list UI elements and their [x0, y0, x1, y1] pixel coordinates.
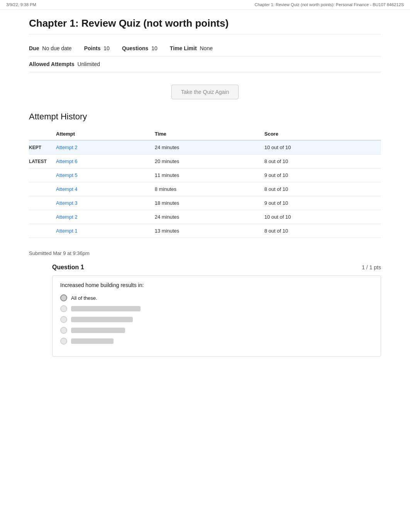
row-attempt[interactable]: Attempt 2 — [56, 140, 155, 155]
row-time: 24 minutes — [155, 210, 264, 224]
meta-row-2: Allowed Attempts Unlimited — [29, 58, 381, 72]
table-row: Attempt 48 minutes8 out of 10 — [29, 182, 381, 196]
table-row: Attempt 511 minutes9 out of 10 — [29, 168, 381, 182]
browser-timestamp: 3/9/22, 9:38 PM — [6, 2, 36, 7]
row-label: LATEST — [29, 155, 56, 168]
page-title: Chapter 1: Review Quiz (not worth points… — [29, 17, 381, 34]
row-time: 18 minutes — [155, 196, 264, 210]
question-1-block: Question 1 1 / 1 pts Increased home buil… — [52, 264, 381, 357]
answer-row: All of these. — [60, 294, 373, 301]
row-attempt[interactable]: Attempt 6 — [56, 155, 155, 168]
meta-time-limit-label: Time Limit — [170, 45, 197, 51]
attempt-link[interactable]: Attempt 3 — [56, 200, 78, 206]
attempt-link[interactable]: Attempt 2 — [56, 214, 78, 220]
meta-allowed-attempts: Allowed Attempts Unlimited — [29, 61, 100, 67]
answer-radio-blurred — [60, 316, 67, 323]
meta-questions-label: Questions — [122, 45, 148, 51]
answer-radio[interactable] — [60, 294, 67, 301]
row-time: 24 minutes — [155, 140, 264, 155]
attempt-link[interactable]: Attempt 5 — [56, 172, 78, 178]
col-header-time: Time — [155, 128, 264, 140]
answer-row — [60, 338, 373, 345]
row-attempt[interactable]: Attempt 4 — [56, 182, 155, 196]
answer-text-blurred — [71, 317, 133, 322]
row-time: 11 minutes — [155, 168, 264, 182]
meta-points-value: 10 — [103, 45, 110, 51]
meta-due: Due No due date — [29, 45, 72, 51]
row-label — [29, 182, 56, 196]
question-1-title: Question 1 — [52, 264, 84, 271]
col-header-score: Score — [264, 128, 381, 140]
table-row: Attempt 224 minutes10 out of 10 — [29, 210, 381, 224]
question-1-box: Increased home building results in: All … — [52, 275, 381, 357]
row-label — [29, 168, 56, 182]
meta-points-label: Points — [84, 45, 101, 51]
row-time: 13 minutes — [155, 224, 264, 238]
answer-row — [60, 316, 373, 323]
table-row: KEPTAttempt 224 minutes10 out of 10 — [29, 140, 381, 155]
question-1-header: Question 1 1 / 1 pts — [52, 264, 381, 271]
col-header-label — [29, 128, 56, 140]
row-time: 8 minutes — [155, 182, 264, 196]
attempt-link[interactable]: Attempt 4 — [56, 186, 78, 192]
browser-tab-title: Chapter 1: Review Quiz (not worth points… — [255, 2, 404, 7]
row-attempt[interactable]: Attempt 5 — [56, 168, 155, 182]
attempt-link[interactable]: Attempt 6 — [56, 158, 78, 164]
answer-radio-blurred — [60, 327, 67, 334]
answer-text: All of these. — [71, 295, 97, 301]
question-1-answers: All of these. — [60, 294, 373, 345]
browser-bar: 3/9/22, 9:38 PM Chapter 1: Review Quiz (… — [0, 0, 410, 10]
meta-questions-value: 10 — [151, 45, 158, 51]
row-score: 8 out of 10 — [264, 182, 381, 196]
take-quiz-button[interactable]: Take the Quiz Again — [171, 85, 239, 99]
answer-text-blurred — [71, 328, 125, 333]
table-row: Attempt 318 minutes9 out of 10 — [29, 196, 381, 210]
row-attempt[interactable]: Attempt 3 — [56, 196, 155, 210]
attempt-history-title: Attempt History — [29, 112, 381, 122]
row-score: 9 out of 10 — [264, 196, 381, 210]
meta-time-limit-value: None — [200, 45, 212, 51]
row-attempt[interactable]: Attempt 1 — [56, 224, 155, 238]
row-score: 8 out of 10 — [264, 224, 381, 238]
table-header-row: Attempt Time Score — [29, 128, 381, 140]
page-content: Chapter 1: Review Quiz (not worth points… — [20, 10, 390, 378]
answer-row — [60, 327, 373, 334]
answer-row — [60, 305, 373, 312]
row-label — [29, 224, 56, 238]
answer-text-blurred — [71, 306, 141, 311]
attempt-history-table: Attempt Time Score KEPTAttempt 224 minut… — [29, 128, 381, 238]
meta-allowed-attempts-value: Unlimited — [78, 61, 100, 67]
meta-due-value: No due date — [42, 45, 71, 51]
meta-allowed-attempts-label: Allowed Attempts — [29, 61, 75, 67]
table-row: Attempt 113 minutes8 out of 10 — [29, 224, 381, 238]
answer-radio-blurred — [60, 338, 67, 345]
col-header-attempt: Attempt — [56, 128, 155, 140]
row-attempt[interactable]: Attempt 2 — [56, 210, 155, 224]
answer-radio-blurred — [60, 305, 67, 312]
attempt-link[interactable]: Attempt 2 — [56, 144, 78, 150]
row-score: 9 out of 10 — [264, 168, 381, 182]
attempt-link[interactable]: Attempt 1 — [56, 228, 78, 234]
meta-questions: Questions 10 — [122, 45, 158, 51]
question-1-text: Increased home building results in: — [60, 282, 373, 288]
take-quiz-section: Take the Quiz Again — [29, 72, 381, 112]
meta-due-label: Due — [29, 45, 39, 51]
row-label — [29, 196, 56, 210]
meta-time-limit: Time Limit None — [170, 45, 213, 51]
row-score: 8 out of 10 — [264, 155, 381, 168]
meta-row-1: Due No due date Points 10 Questions 10 T… — [29, 41, 381, 56]
question-1-pts: 1 / 1 pts — [362, 264, 381, 270]
row-label: KEPT — [29, 140, 56, 155]
submitted-text: Submitted Mar 9 at 9:36pm — [29, 250, 381, 256]
row-score: 10 out of 10 — [264, 210, 381, 224]
row-time: 20 minutes — [155, 155, 264, 168]
answer-text-blurred — [71, 338, 114, 344]
meta-points: Points 10 — [84, 45, 110, 51]
row-label — [29, 210, 56, 224]
table-row: LATESTAttempt 620 minutes8 out of 10 — [29, 155, 381, 168]
row-score: 10 out of 10 — [264, 140, 381, 155]
